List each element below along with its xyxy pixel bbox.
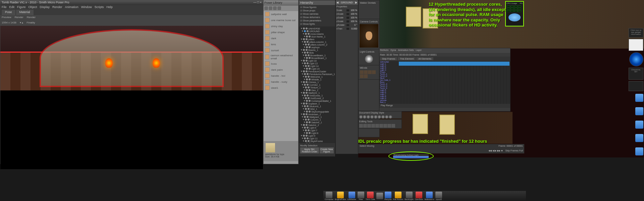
tree-item[interactable]: ▾Pendulums-ProtTer_1: [300, 142, 334, 143]
tool-button[interactable]: [363, 124, 367, 128]
menu-render[interactable]: Render: [52, 5, 62, 9]
media-gadget[interactable]: [629, 81, 643, 91]
library-item[interactable]: handle - tnd: [264, 73, 298, 79]
library-item[interactable]: saltpetre wall: [264, 11, 298, 17]
taskbar-item[interactable]: EngineFolds: [335, 192, 346, 200]
tool-button[interactable]: [383, 124, 387, 128]
thumb[interactable]: [360, 74, 364, 78]
tl-all[interactable]: All Elements: [416, 57, 433, 60]
library-item[interactable]: dark: [264, 35, 298, 41]
thumb[interactable]: [360, 70, 364, 74]
library-item[interactable]: pillar shape: [264, 29, 298, 35]
tree-item[interactable]: ▾BrownBeam_1: [300, 57, 334, 59]
timeline-block[interactable]: [399, 62, 509, 66]
tree-item[interactable]: ▾Light 13: [300, 62, 334, 65]
window-controls[interactable]: — □ ×: [253, 1, 262, 5]
tree-item[interactable]: ▾Whistle_1: [300, 78, 334, 81]
library-item[interactable]: dark palm: [264, 67, 298, 73]
material-swatch[interactable]: [266, 143, 275, 152]
tl-tab[interactable]: Layer: [416, 49, 422, 52]
library-title[interactable]: Poser Library: [264, 0, 298, 6]
timeline-body[interactable]: GROUNDLight 1Light 2Light 3Light 4PropsT…: [379, 61, 510, 104]
timeline-grid[interactable]: [398, 61, 510, 104]
library-item[interactable]: boss: [264, 61, 298, 67]
tree-item[interactable]: ▾cross-beams: [300, 32, 334, 35]
taskbar-item[interactable]: Computer: [325, 192, 333, 200]
thumb[interactable]: [368, 70, 372, 74]
menu-display[interactable]: Display: [40, 5, 50, 9]
taskbar-item[interactable]: Tim's Cafe: [366, 192, 375, 200]
menu-object[interactable]: Object: [29, 5, 37, 9]
tool-button[interactable]: [391, 124, 395, 128]
tree-item[interactable]: ▾Soylawn_1: [300, 102, 334, 105]
tree-item[interactable]: ▾Light 15: [300, 67, 334, 70]
taskbar-item[interactable]: LiftMaster: [347, 192, 356, 200]
tree-item[interactable]: ▾Skutomo_1: [300, 105, 334, 108]
menu-help[interactable]: Help: [106, 5, 113, 9]
taskbar-item[interactable]: Recycle: [384, 192, 391, 200]
thumb[interactable]: [364, 70, 368, 74]
property-row[interactable]: xTran0.000: [336, 27, 358, 30]
tree-item[interactable]: ▾Light 9: [300, 134, 334, 137]
style-ball[interactable]: [374, 115, 377, 119]
tree-item[interactable]: ▾Beams_1: [300, 49, 334, 51]
taskbar[interactable]: ComputerEngineFoldsLiftMasterFilesTim's …: [323, 191, 526, 201]
menu-figure[interactable]: Figure: [17, 5, 26, 9]
menu-animation[interactable]: Animation: [65, 5, 78, 9]
tree-item[interactable]: ▾Welcome_1: [300, 75, 334, 78]
property-row[interactable]: yScale100 %: [336, 16, 358, 19]
weather-gadget[interactable]: Cheyenne, WY: [629, 68, 643, 80]
tab-material[interactable]: Material: [16, 10, 34, 15]
track-name[interactable]: mincated: [379, 103, 398, 104]
tool-button[interactable]: [375, 124, 379, 128]
property-row[interactable]: xScale100 %: [336, 12, 358, 16]
menu-edit[interactable]: Edit: [9, 5, 15, 9]
tool-button[interactable]: [359, 124, 363, 128]
tree-item[interactable]: ▾Airstream_1: [300, 113, 334, 116]
taskbar-item[interactable]: xpool2: [435, 192, 442, 200]
tab-pose[interactable]: Pose: [2, 10, 15, 15]
tree-item[interactable]: ▾pillars: [300, 38, 334, 41]
style-ball[interactable]: [367, 115, 370, 119]
preview-tab[interactable]: Preview: [2, 16, 11, 20]
desktop-icon[interactable]: [635, 134, 643, 142]
tree-item[interactable]: ▾Light 7: [300, 129, 334, 132]
tl-skip[interactable]: Skip Frames: [380, 57, 397, 60]
library-item[interactable]: steel1: [264, 85, 298, 91]
tree-item[interactable]: ▾Light 10: [300, 59, 334, 62]
tree-item[interactable]: ▾Salubre_1: [300, 121, 334, 124]
library-item[interactable]: sunset: [264, 47, 298, 53]
tree-item[interactable]: ▾pillars-column_1: [300, 41, 334, 43]
light-sphere-icon[interactable]: [365, 55, 373, 63]
tree-item[interactable]: ▾zephryn: [300, 46, 334, 49]
tree-item[interactable]: ▾Chimes_1: [300, 81, 334, 83]
library-item[interactable]: handle - rusty: [264, 79, 298, 85]
tl-tab[interactable]: Animation Sets: [398, 49, 414, 52]
tree-item[interactable]: ▾Bids: [300, 51, 334, 54]
menubar[interactable]: File Edit Figure Object Display Render A…: [0, 5, 263, 10]
tree-item[interactable]: ▾Statform_1: [300, 91, 334, 94]
desktop-icon[interactable]: [635, 147, 643, 155]
menu-scripts[interactable]: Scripts: [95, 5, 104, 9]
library-list[interactable]: saltpetre wallone marine bone cutshiny c…: [264, 11, 298, 141]
opt-deformers[interactable]: ☑ Show deformers: [300, 16, 334, 19]
style-ball[interactable]: [381, 115, 385, 119]
taskbar-item[interactable]: File Assocn: [393, 192, 404, 200]
clock-gadget[interactable]: [629, 52, 643, 66]
opt-lights[interactable]: ☑ Show lights: [300, 22, 334, 26]
taskbar-item[interactable]: [376, 193, 383, 199]
tool-button[interactable]: [387, 124, 391, 128]
desktop-icon[interactable]: [635, 107, 643, 115]
calendar-gadget[interactable]: [629, 39, 643, 51]
style-ball[interactable]: [370, 115, 374, 119]
viewport[interactable]: [0, 26, 263, 169]
library-item[interactable]: shiny clay: [264, 23, 298, 29]
tree-item[interactable]: ▾Trinium_1: [300, 86, 334, 89]
opt-props[interactable]: ☑ Show props: [300, 9, 334, 12]
tree-item[interactable]: ▾XrefZones_2: [300, 97, 334, 99]
tree-item[interactable]: ▾door-frame_1: [300, 35, 334, 38]
props-header[interactable]: ◀GROUND▶: [336, 0, 358, 5]
tree-item[interactable]: ▾Consequentialist_1: [300, 99, 334, 102]
opt-params[interactable]: ☑ Show parameters: [300, 19, 334, 22]
library-item[interactable]: one marine bone cut: [264, 17, 298, 23]
